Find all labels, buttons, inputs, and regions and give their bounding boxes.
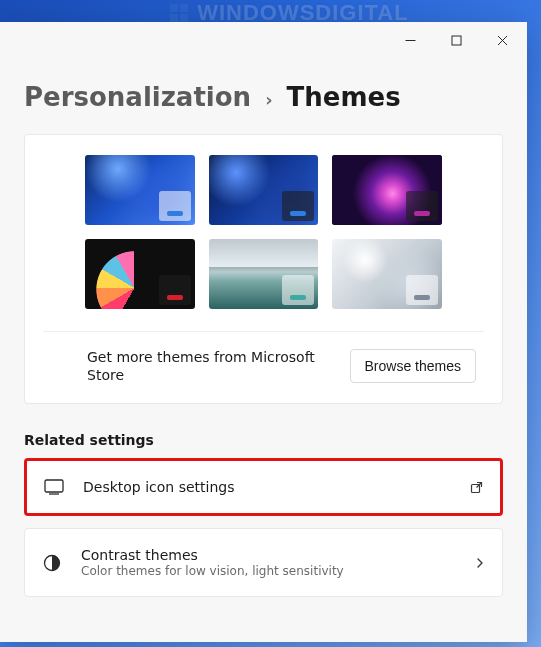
themes-card: Get more themes from Microsoft Store Bro… (24, 134, 503, 404)
accent-bar (290, 295, 306, 300)
accent-bar (290, 211, 306, 216)
desktop-icon-settings-card: Desktop icon settings (24, 458, 503, 516)
svg-rect-5 (452, 36, 461, 45)
theme-tile[interactable] (332, 239, 442, 309)
store-label: Get more themes from Microsoft Store (87, 348, 327, 386)
close-button[interactable] (479, 24, 525, 56)
maximize-button[interactable] (433, 24, 479, 56)
close-icon (497, 35, 508, 46)
chevron-right-icon: › (265, 89, 272, 110)
theme-tile[interactable] (332, 155, 442, 225)
row-title: Contrast themes (81, 547, 456, 563)
theme-swatch (159, 191, 191, 221)
row-text: Desktop icon settings (83, 479, 451, 495)
svg-rect-3 (180, 14, 188, 22)
contrast-themes-card: Contrast themes Color themes for low vis… (24, 528, 503, 597)
theme-tile[interactable] (209, 155, 319, 225)
store-row: Get more themes from Microsoft Store Bro… (43, 331, 484, 404)
desktop-icon-settings-row[interactable]: Desktop icon settings (27, 461, 500, 513)
row-title: Desktop icon settings (83, 479, 451, 495)
open-external-icon (469, 480, 484, 495)
svg-rect-2 (170, 14, 178, 22)
accent-bar (414, 295, 430, 300)
theme-swatch (406, 275, 438, 305)
row-subtitle: Color themes for low vision, light sensi… (81, 564, 456, 578)
content-area: Personalization › Themes (0, 82, 527, 597)
theme-tile[interactable] (85, 239, 195, 309)
maximize-icon (451, 35, 462, 46)
themes-grid (43, 155, 484, 309)
page-title: Themes (287, 82, 401, 112)
accent-bar (414, 211, 430, 216)
theme-swatch (406, 191, 438, 221)
titlebar (0, 22, 527, 58)
breadcrumb: Personalization › Themes (24, 82, 503, 112)
svg-rect-0 (170, 4, 178, 12)
minimize-button[interactable] (387, 24, 433, 56)
theme-tile[interactable] (85, 155, 195, 225)
row-text: Contrast themes Color themes for low vis… (81, 547, 456, 578)
related-settings-header: Related settings (24, 432, 503, 448)
theme-swatch (282, 191, 314, 221)
theme-swatch (159, 275, 191, 305)
accent-bar (167, 211, 183, 216)
contrast-icon (41, 554, 63, 572)
monitor-icon (43, 479, 65, 495)
settings-window: Personalization › Themes (0, 22, 527, 642)
breadcrumb-parent[interactable]: Personalization (24, 82, 251, 112)
svg-line-11 (477, 483, 482, 488)
theme-swatch (282, 275, 314, 305)
accent-bar (167, 295, 183, 300)
theme-tile[interactable] (209, 239, 319, 309)
svg-rect-8 (45, 480, 63, 492)
contrast-themes-row[interactable]: Contrast themes Color themes for low vis… (25, 529, 502, 596)
browse-themes-button[interactable]: Browse themes (350, 349, 476, 383)
chevron-right-icon (474, 557, 486, 569)
minimize-icon (405, 35, 416, 46)
svg-rect-1 (180, 4, 188, 12)
